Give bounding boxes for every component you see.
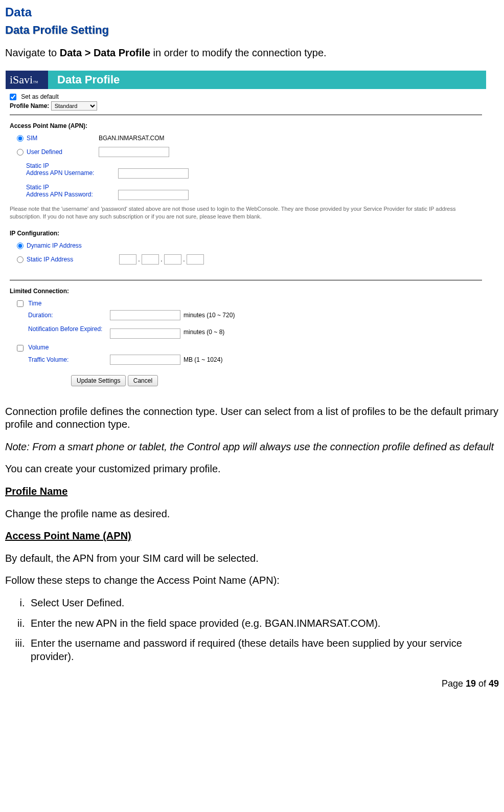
step-2: Enter the new APN in the field space pro… bbox=[28, 617, 499, 630]
apn-sim-radio-label[interactable]: SIM bbox=[17, 135, 99, 142]
paragraph-change-profile: Change the profile name as desired. bbox=[5, 508, 499, 521]
traffic-input[interactable] bbox=[110, 355, 180, 365]
apn-sim-text: SIM bbox=[27, 135, 37, 142]
ip-octet-4[interactable] bbox=[187, 254, 204, 265]
navigate-instruction: Navigate to Data > Data Profile in order… bbox=[5, 47, 499, 59]
static-password-label: Static IP Address APN Password: bbox=[26, 184, 118, 198]
form-area: Set as default Profile Name: Standard Ac… bbox=[6, 89, 486, 393]
time-checkbox-row: Time bbox=[17, 300, 482, 307]
paragraph-custom-profile: You can create your customized primary p… bbox=[5, 463, 499, 476]
profile-name-select[interactable]: Standard bbox=[51, 101, 97, 111]
apn-sim-value: BGAN.INMARSAT.COM bbox=[99, 135, 164, 142]
ip-octet-2[interactable] bbox=[142, 254, 159, 265]
static-password-row: Static IP Address APN Password: bbox=[10, 184, 482, 200]
time-checkbox[interactable] bbox=[17, 300, 24, 307]
dynamic-ip-radio[interactable] bbox=[17, 243, 24, 249]
apn-userdef-row: User Defined bbox=[10, 147, 482, 157]
brand-text: iSavi bbox=[10, 73, 33, 86]
footer-page-total: 49 bbox=[489, 678, 499, 689]
heading-data-profile-setting: Data Profile Setting bbox=[5, 24, 499, 37]
set-default-label: Set as default bbox=[21, 93, 58, 100]
apn-userdef-text: User Defined bbox=[27, 148, 62, 156]
paragraph-apn-steps: Follow these steps to change the Access … bbox=[5, 574, 499, 587]
static-ip-radio[interactable] bbox=[17, 256, 24, 263]
traffic-unit: MB (1 ~ 1024) bbox=[184, 356, 222, 363]
nav-post: in order to modify the connection type. bbox=[150, 47, 327, 58]
duration-unit: minutes (10 ~ 720) bbox=[184, 312, 235, 319]
set-default-checkbox[interactable] bbox=[10, 94, 16, 100]
static-ip-row: Static IP Address . . . bbox=[10, 254, 482, 265]
duration-input[interactable] bbox=[110, 310, 180, 320]
duration-row: Duration: minutes (10 ~ 720) bbox=[10, 310, 482, 320]
apn-sim-radio[interactable] bbox=[17, 135, 24, 142]
apn-userdef-radio[interactable] bbox=[17, 149, 24, 156]
static-username-row: Static IP Address APN Username: bbox=[10, 162, 482, 179]
traffic-row: Traffic Volume: MB (1 ~ 1024) bbox=[10, 355, 482, 365]
static-ip-text: Static IP Address bbox=[27, 256, 73, 263]
notification-row: Notification Before Expired: minutes (0 … bbox=[10, 325, 482, 339]
apn-userdef-input[interactable] bbox=[99, 147, 169, 157]
heading-apn: Access Point Name (APN) bbox=[5, 530, 131, 541]
dynamic-ip-radio-label[interactable]: Dynamic IP Address bbox=[17, 242, 119, 249]
apn-sim-row: SIM BGAN.INMARSAT.COM bbox=[10, 135, 482, 142]
footer-page-current: 19 bbox=[466, 678, 476, 689]
traffic-label: Traffic Volume: bbox=[28, 356, 110, 363]
volume-checkbox-row: Volume bbox=[17, 344, 482, 351]
titlebar: iSavi™ Data Profile bbox=[6, 71, 486, 89]
nav-pre: Navigate to bbox=[5, 47, 60, 58]
paragraph-connection-profile: Connection profile defines the connectio… bbox=[5, 405, 499, 431]
cancel-button[interactable]: Cancel bbox=[128, 375, 158, 386]
apn-userdef-radio-label[interactable]: User Defined bbox=[17, 148, 99, 156]
dynamic-ip-row: Dynamic IP Address bbox=[10, 242, 482, 249]
ip-octet-3[interactable] bbox=[164, 254, 181, 265]
profile-name-row: Profile Name: Standard bbox=[10, 101, 482, 111]
static-ip-radio-label[interactable]: Static IP Address bbox=[17, 256, 119, 263]
button-row: Update Settings Cancel bbox=[71, 375, 482, 386]
profile-name-label: Profile Name: bbox=[10, 102, 49, 109]
volume-label: Volume bbox=[28, 344, 49, 351]
heading-data: Data bbox=[5, 5, 499, 19]
divider-2 bbox=[10, 280, 482, 280]
ip-octet-1[interactable] bbox=[119, 254, 136, 265]
time-label: Time bbox=[28, 300, 41, 307]
paragraph-apn-default: By default, the APN from your SIM card w… bbox=[5, 552, 499, 565]
static-ip-octets: . . . bbox=[119, 254, 204, 265]
notification-input[interactable] bbox=[110, 328, 180, 339]
titlebar-title: Data Profile bbox=[48, 71, 120, 89]
static-username-input[interactable] bbox=[118, 168, 189, 179]
paragraph-note: Note: From a smart phone or tablet, the … bbox=[5, 441, 499, 454]
apn-section-header: Access Point Name (APN): bbox=[10, 122, 482, 129]
footer-pre: Page bbox=[442, 678, 466, 689]
apn-note: Please note that the 'username' and 'pas… bbox=[10, 205, 480, 221]
static-password-input[interactable] bbox=[118, 190, 189, 200]
duration-label: Duration: bbox=[28, 312, 110, 319]
volume-checkbox[interactable] bbox=[17, 345, 24, 352]
static-username-label: Static IP Address APN Username: bbox=[26, 162, 118, 177]
step-1: Select User Defined. bbox=[28, 597, 499, 610]
ip-config-header: IP Configuration: bbox=[10, 230, 482, 237]
update-settings-button[interactable]: Update Settings bbox=[71, 375, 126, 386]
notification-unit: minutes (0 ~ 8) bbox=[184, 328, 224, 336]
divider-1 bbox=[10, 115, 482, 115]
set-default-row: Set as default bbox=[10, 93, 482, 100]
screenshot-panel: iSavi™ Data Profile Set as default Profi… bbox=[5, 70, 487, 394]
nav-path: Data > Data Profile bbox=[60, 47, 150, 58]
step-3: Enter the username and password if requi… bbox=[28, 637, 499, 663]
page-footer: Page 19 of 49 bbox=[5, 678, 499, 689]
brand-logo: iSavi™ bbox=[6, 71, 48, 89]
heading-profile-name: Profile Name bbox=[5, 486, 67, 497]
limited-conn-header: Limited Connection: bbox=[10, 288, 482, 295]
dynamic-ip-text: Dynamic IP Address bbox=[27, 242, 82, 249]
apn-steps-list: Select User Defined. Enter the new APN i… bbox=[5, 597, 499, 663]
notification-label: Notification Before Expired: bbox=[28, 325, 110, 333]
footer-mid: of bbox=[476, 678, 489, 689]
